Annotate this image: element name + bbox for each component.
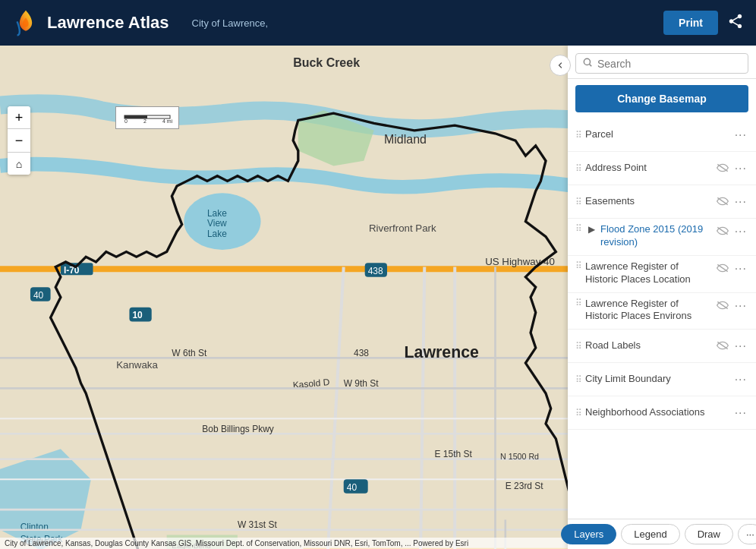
chevron-left-icon (556, 61, 565, 70)
layer-name-easements: Easements (585, 195, 712, 208)
drag-handle-parcel[interactable]: ⠿ (575, 130, 581, 140)
svg-text:Lake: Lake (207, 229, 227, 239)
drag-handle-address-point[interactable]: ⠿ (575, 163, 581, 174)
layer-actions-easements: ··· (715, 194, 748, 210)
share-button[interactable] (727, 13, 744, 33)
layer-actions-parcel: ··· (733, 127, 748, 144)
svg-text:N 1500 Rd: N 1500 Rd (500, 452, 539, 461)
layer-item-city-boundary: ⠿ City Limit Boundary ··· (568, 363, 756, 396)
drag-handle-flood-zone[interactable]: ⠿ (575, 223, 581, 234)
layer-name-road-labels: Road Labels (585, 339, 712, 352)
layer-eye-road-labels[interactable] (715, 339, 730, 354)
header-actions: Print (663, 11, 744, 35)
expand-flood-zone[interactable]: ▶ (585, 223, 597, 235)
app-subtitle: City of Lawrence, (192, 17, 268, 29)
svg-text:Buck Creek: Buck Creek (293, 56, 360, 69)
svg-text:W 31st St: W 31st St (238, 519, 278, 530)
bottom-tabs: Layers Legend Draw ··· (568, 519, 756, 549)
layer-more-city-boundary[interactable]: ··· (733, 371, 748, 388)
tab-draw[interactable]: Draw (685, 524, 733, 544)
svg-point-56 (584, 58, 590, 65)
zoom-out-button[interactable]: − (8, 129, 30, 152)
svg-text:Kanwaka: Kanwaka (116, 359, 158, 371)
drag-handle-easements[interactable]: ⠿ (575, 197, 581, 207)
svg-text:Bob Billings Pkwy: Bob Billings Pkwy (202, 424, 273, 434)
zoom-in-button[interactable]: + (8, 106, 30, 129)
layer-actions-historic-location: ··· (715, 260, 748, 277)
drag-handle-neighborhood[interactable]: ⠿ (575, 408, 581, 418)
layer-more-flood-zone[interactable]: ··· (733, 223, 748, 240)
svg-text:0: 0 (124, 118, 128, 124)
layer-more-historic-environs[interactable]: ··· (733, 298, 748, 314)
layer-eye-historic-location[interactable] (715, 261, 730, 276)
layer-more-neighborhood[interactable]: ··· (733, 405, 748, 421)
svg-text:40: 40 (33, 290, 44, 301)
search-icon (582, 57, 593, 70)
svg-text:Lake: Lake (207, 208, 227, 219)
svg-line-57 (590, 65, 592, 67)
svg-text:4 mi: 4 mi (162, 118, 173, 124)
layer-actions-road-labels: ··· (715, 338, 748, 355)
layer-item-historic-environs: ⠿ Lawrence Register of Historic Places E… (568, 293, 756, 330)
layer-item-easements: ⠿ Easements ··· (568, 185, 756, 219)
flame-logo (12, 9, 39, 36)
layer-more-easements[interactable]: ··· (733, 194, 748, 210)
layer-name-city-boundary: City Limit Boundary (585, 373, 730, 386)
layer-name-neighborhood: Neighborhood Associations (585, 406, 730, 419)
layer-more-address-point[interactable]: ··· (733, 160, 748, 177)
layer-item-road-labels: ⠿ Road Labels ··· (568, 330, 756, 363)
layer-name-parcel: Parcel (585, 128, 730, 141)
svg-text:2: 2 (143, 118, 146, 124)
drag-handle-historic-location[interactable]: ⠿ (575, 260, 581, 271)
svg-text:438: 438 (354, 348, 369, 358)
tab-more[interactable]: ··· (738, 524, 756, 544)
change-basemap-button[interactable]: Change Basemap (575, 85, 748, 112)
layer-item-parcel: ⠿ Parcel ··· (568, 118, 756, 152)
drag-handle-road-labels[interactable]: ⠿ (575, 341, 581, 352)
layer-more-parcel[interactable]: ··· (733, 127, 748, 144)
svg-text:40: 40 (347, 482, 358, 493)
sidebar-collapse-button[interactable] (550, 55, 571, 76)
print-button[interactable]: Print (663, 11, 718, 35)
layer-eye-historic-environs[interactable] (715, 298, 730, 314)
home-button[interactable]: ⌂ (8, 152, 30, 175)
layer-name-historic-environs: Lawrence Register of Historic Places Env… (585, 298, 712, 323)
app-header: Lawrence Atlas City of Lawrence, Print (0, 0, 756, 46)
map-controls: + − ⌂ (8, 106, 30, 175)
drag-handle-city-boundary[interactable]: ⠿ (575, 374, 581, 385)
layer-name-historic-location: Lawrence Register of Historic Places Loc… (585, 260, 712, 286)
tab-legend[interactable]: Legend (621, 524, 679, 544)
layer-actions-historic-environs: ··· (715, 298, 748, 314)
layer-eye-flood-zone[interactable] (715, 224, 730, 239)
layer-more-historic-location[interactable]: ··· (733, 260, 748, 277)
search-bar (568, 46, 756, 79)
layer-more-road-labels[interactable]: ··· (733, 338, 748, 355)
svg-text:E 15th St: E 15th St (435, 449, 473, 459)
layer-actions-flood-zone: ··· (715, 223, 748, 240)
drag-handle-historic-environs[interactable]: ⠿ (575, 298, 581, 308)
layer-item-historic-location: ⠿ Lawrence Register of Historic Places L… (568, 256, 756, 293)
layer-item-address-point: ⠿ Address Point ··· (568, 152, 756, 185)
sidebar: Change Basemap ⠿ Parcel ··· ⠿ Address Po… (568, 46, 756, 549)
layer-item-neighborhood: ⠿ Neighborhood Associations ··· (568, 396, 756, 430)
svg-text:Lawrence: Lawrence (405, 343, 479, 361)
svg-text:Midland: Midland (384, 133, 427, 146)
layer-actions-city-boundary: ··· (733, 371, 748, 388)
logo-area: Lawrence Atlas City of Lawrence, (12, 9, 663, 36)
app-title: Lawrence Atlas (47, 13, 169, 33)
svg-text:View: View (207, 218, 227, 229)
layer-actions-address-point: ··· (715, 160, 748, 177)
tab-layers[interactable]: Layers (561, 524, 616, 544)
svg-text:E 23rd St: E 23rd St (506, 481, 544, 491)
layer-eye-easements[interactable] (715, 194, 730, 210)
svg-text:438: 438 (368, 266, 383, 276)
layer-item-flood-zone: ⠿ ▶ Flood Zone 2015 (2019 revision) ··· (568, 219, 756, 256)
layer-eye-address-point[interactable] (715, 161, 730, 176)
svg-text:10: 10 (132, 310, 143, 320)
search-input[interactable] (597, 58, 742, 70)
share-icon (727, 13, 744, 30)
svg-text:W 9th St: W 9th St (344, 378, 380, 389)
svg-text:W 6th St: W 6th St (172, 348, 207, 358)
map-attribution: City of Lawrence, Kansas, Douglas County… (0, 538, 568, 549)
scale-bar: 0 2 4 mi (115, 106, 179, 129)
